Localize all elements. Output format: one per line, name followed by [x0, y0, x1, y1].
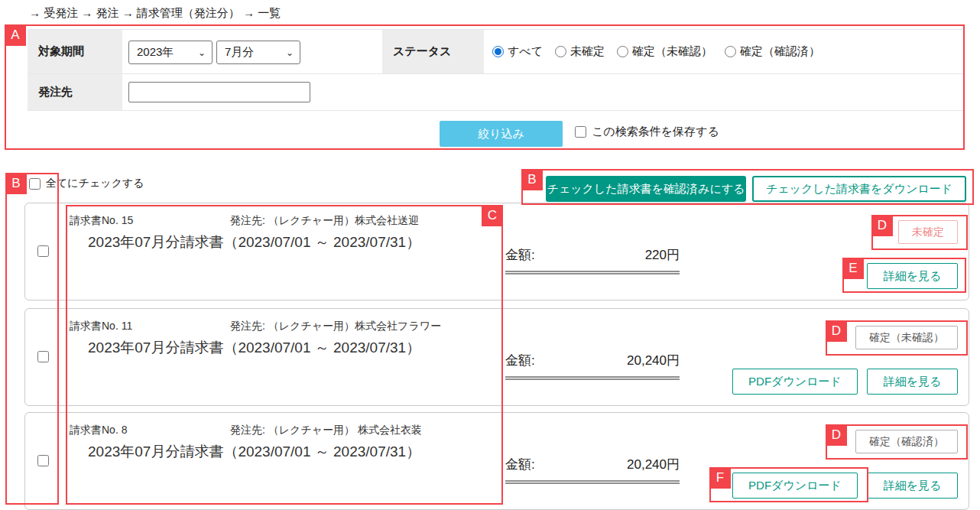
amount-label: 金額:	[505, 352, 535, 369]
invoice-card: 請求書No. 11 発注先: （レクチャー用）株式会社フラワー 2023年07月…	[24, 308, 969, 406]
invoice-client-label: 発注先:	[230, 320, 265, 332]
invoice-client: 発注先: （レクチャー用）株式会社フラワー	[230, 320, 441, 333]
invoice-checkbox[interactable]	[37, 245, 49, 257]
year-select[interactable]: 2023年 ⌄	[128, 41, 213, 64]
client-label: 発注先	[28, 74, 122, 110]
invoice-number: 請求書No. 15	[70, 214, 133, 228]
check-all-row[interactable]: 全てにチェックする	[29, 177, 144, 190]
invoice-client-name: （レクチャー用）株式会社フラワー	[268, 320, 441, 332]
invoice-actions: 詳細を見る	[867, 263, 958, 289]
period-label: 対象期間	[28, 30, 122, 73]
invoice-title: 2023年07月分請求書（2023/07/01 ～ 2023/07/31）	[88, 232, 420, 252]
status-badge: 確定（未確認）	[855, 326, 958, 349]
month-select-value: 7月分	[225, 45, 254, 60]
filter-row-period: 対象期間 2023年 ⌄ 7月分 ⌄ ステータス すべて 未確定 確定（未確認）	[28, 30, 965, 74]
pdf-download-button[interactable]: PDFダウンロード	[732, 473, 858, 499]
save-condition-checkbox-row[interactable]: この検索条件を保存する	[575, 125, 719, 139]
amount-value: 20,240円	[627, 352, 680, 369]
save-condition-label: この検索条件を保存する	[592, 125, 719, 139]
status-radio-pending-label: 未確定	[570, 44, 605, 59]
status-radio-fixed-unconfirmed-label: 確定（未確認）	[632, 44, 712, 59]
year-select-value: 2023年	[137, 45, 174, 60]
month-select[interactable]: 7月分 ⌄	[216, 41, 300, 64]
check-all-label: 全てにチェックする	[46, 177, 144, 190]
breadcrumb: → 受発注 → 発注 → 請求管理（発注分） → 一覧	[29, 6, 281, 21]
invoice-client: 発注先: （レクチャー用）株式会社送迎	[230, 214, 419, 228]
status-radio-all-input[interactable]	[492, 46, 504, 57]
status-radio-pending-input[interactable]	[555, 46, 566, 57]
invoice-title: 2023年07月分請求書（2023/07/01 ～ 2023/07/31）	[88, 338, 420, 358]
status-radio-fixed-unconfirmed[interactable]: 確定（未確認）	[617, 44, 712, 59]
invoice-amount-row: 金額: 20,240円	[505, 352, 680, 380]
filter-section: 対象期間 2023年 ⌄ 7月分 ⌄ ステータス すべて 未確定 確定（未確認）	[28, 29, 965, 111]
save-condition-checkbox[interactable]	[575, 126, 586, 138]
annotation-label-a: A	[5, 24, 26, 46]
invoice-client-name: （レクチャー用）株式会社送迎	[268, 214, 419, 226]
status-badge: 未確定	[898, 220, 958, 244]
detail-button[interactable]: 詳細を見る	[867, 369, 958, 395]
invoice-checkbox[interactable]	[37, 455, 49, 466]
invoice-amount-row: 金額: 20,240円	[505, 456, 680, 484]
invoice-client: 発注先: （レクチャー用） 株式会社衣装	[230, 424, 422, 437]
amount-value: 20,240円	[627, 456, 680, 473]
chevron-down-icon: ⌄	[286, 47, 294, 58]
filter-row-client: 発注先	[28, 74, 965, 111]
check-all-checkbox[interactable]	[29, 178, 41, 190]
pdf-download-button[interactable]: PDFダウンロード	[732, 369, 858, 395]
detail-button[interactable]: 詳細を見る	[867, 473, 958, 499]
status-radio-fixed-confirmed-label: 確定（確認済）	[740, 44, 820, 59]
invoice-actions: PDFダウンロード 詳細を見る	[732, 369, 958, 395]
invoice-checkbox[interactable]	[37, 351, 49, 362]
download-checked-button[interactable]: チェックした請求書をダウンロード	[752, 176, 966, 202]
status-badge: 確定（確認済）	[855, 430, 958, 453]
status-radio-group: すべて 未確定 確定（未確認） 確定（確認済）	[492, 30, 820, 73]
filter-apply-button[interactable]: 絞り込み	[440, 121, 563, 147]
invoice-client-name: （レクチャー用） 株式会社衣装	[268, 424, 422, 436]
amount-value: 220円	[645, 246, 680, 264]
detail-button[interactable]: 詳細を見る	[867, 263, 958, 289]
invoice-actions: PDFダウンロード 詳細を見る	[732, 473, 958, 499]
amount-label: 金額:	[505, 246, 535, 264]
status-label: ステータス	[382, 30, 484, 73]
invoice-amount-row: 金額: 220円	[505, 246, 680, 274]
status-radio-fixed-confirmed[interactable]: 確定（確認済）	[725, 44, 820, 59]
status-radio-all[interactable]: すべて	[492, 44, 543, 59]
invoice-title: 2023年07月分請求書（2023/07/01 ～ 2023/07/31）	[88, 442, 420, 462]
invoice-card: 請求書No. 8 発注先: （レクチャー用） 株式会社衣装 2023年07月分請…	[24, 412, 969, 510]
annotation-label-b: B	[5, 173, 27, 194]
invoice-number: 請求書No. 8	[70, 424, 127, 437]
annotation-label-b: B	[521, 169, 543, 190]
status-radio-fixed-confirmed-input[interactable]	[725, 46, 736, 57]
invoice-card: 請求書No. 15 発注先: （レクチャー用）株式会社送迎 2023年07月分請…	[24, 203, 969, 300]
status-radio-fixed-unconfirmed-input[interactable]	[617, 46, 628, 57]
status-radio-all-label: すべて	[508, 44, 543, 59]
confirm-checked-button[interactable]: チェックした請求書を確認済みにする	[546, 176, 746, 202]
status-radio-pending[interactable]: 未確定	[555, 44, 605, 59]
chevron-down-icon: ⌄	[198, 47, 206, 58]
invoice-client-label: 発注先:	[230, 214, 265, 226]
client-input[interactable]	[128, 82, 310, 102]
invoice-number: 請求書No. 11	[70, 320, 132, 333]
amount-label: 金額:	[505, 456, 535, 473]
invoice-client-label: 発注先:	[230, 424, 265, 436]
